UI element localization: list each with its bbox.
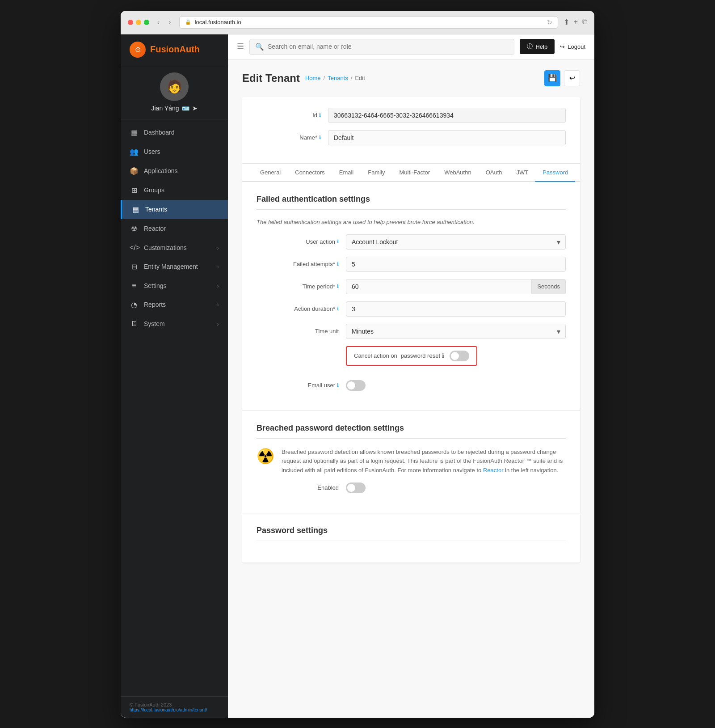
reload-icon[interactable]: ↻	[547, 19, 552, 26]
sidebar-item-dashboard[interactable]: ▦ Dashboard	[121, 123, 228, 142]
sidebar: ⊙ FusionAuth 🧑 Jian Yáng 🪪 ➤ ▦ Dashboard…	[121, 34, 228, 718]
cancel-action-row: Cancel action on password reset ℹ	[257, 346, 566, 373]
avatar: 🧑	[160, 72, 189, 101]
sidebar-item-users[interactable]: 👥 Users	[121, 142, 228, 161]
tenants-icon: ▤	[131, 205, 140, 214]
tab-password[interactable]: Password	[535, 164, 575, 182]
back-button[interactable]: ↩	[564, 70, 580, 86]
traffic-light-maximize[interactable]	[144, 20, 149, 25]
action-duration-input[interactable]	[346, 301, 566, 317]
sidebar-item-label: Groups	[144, 186, 164, 194]
user-action-info-icon[interactable]: ℹ	[337, 239, 339, 245]
nav-forward-button[interactable]: ›	[166, 17, 173, 27]
id-info-icon[interactable]: ℹ	[319, 112, 321, 118]
help-button[interactable]: ⓘ Help	[520, 39, 555, 54]
breached-enabled-row: Enabled	[257, 483, 566, 493]
email-user-row: Email user ℹ	[257, 380, 566, 391]
nav-back-button[interactable]: ‹	[155, 17, 162, 27]
form-fields: Id ℹ Name* ℹ	[242, 97, 580, 164]
logout-button[interactable]: ↪ Logout	[560, 43, 585, 50]
lock-icon: 🔒	[185, 19, 191, 25]
time-period-row: Time period* ℹ Seconds	[257, 279, 566, 294]
user-action-select[interactable]: Account Lockout	[346, 234, 566, 250]
new-tab-icon[interactable]: +	[574, 18, 578, 26]
tab-email[interactable]: Email	[332, 164, 361, 182]
time-unit-select[interactable]: Minutes	[346, 324, 566, 339]
sidebar-item-groups[interactable]: ⊞ Groups	[121, 181, 228, 200]
share-icon[interactable]: ⬆	[564, 18, 569, 26]
failed-auth-title: Failed authentication settings	[257, 195, 566, 204]
breached-icon: ☢️	[257, 448, 274, 465]
time-period-info-icon[interactable]: ℹ	[337, 284, 339, 289]
time-period-input[interactable]	[346, 279, 532, 294]
dashboard-icon: ▦	[130, 128, 139, 137]
sidebar-item-entity-management[interactable]: ⊟ Entity Management	[121, 257, 228, 276]
email-user-slider	[346, 380, 366, 391]
time-period-value: Seconds	[346, 279, 566, 294]
tab-multi-factor[interactable]: Multi-Factor	[392, 164, 437, 182]
sidebar-item-customizations[interactable]: </> Customizations	[121, 238, 228, 257]
tab-connectors[interactable]: Connectors	[288, 164, 332, 182]
menu-button[interactable]: ☰	[237, 42, 244, 51]
failed-attempts-value	[346, 257, 566, 272]
footer-text: © FusionAuth 2023	[130, 702, 219, 707]
customizations-icon: </>	[130, 244, 139, 252]
sidebar-item-label: Settings	[144, 282, 167, 289]
cancel-action-info-icon[interactable]: ℹ	[442, 352, 444, 359]
name-info-icon[interactable]: ℹ	[319, 135, 321, 140]
breadcrumb-tenants[interactable]: Tenants	[328, 75, 348, 81]
address-bar[interactable]: 🔒 local.fusionauth.io ↻	[179, 16, 558, 29]
search-input[interactable]	[268, 43, 509, 50]
tabs-icon[interactable]: ⧉	[582, 18, 587, 26]
user-location-icon: ➤	[192, 105, 198, 112]
sidebar-item-label: Reactor	[144, 225, 166, 232]
cancel-action-toggle[interactable]	[450, 351, 469, 361]
tab-family[interactable]: Family	[361, 164, 392, 182]
sidebar-item-label: Users	[144, 148, 160, 155]
traffic-light-close[interactable]	[128, 20, 133, 25]
traffic-light-minimize[interactable]	[136, 20, 141, 25]
search-box: 🔍	[249, 39, 514, 55]
name-label: Name* ℹ	[257, 134, 328, 141]
breached-info: ☢️ Breached password detection allows kn…	[257, 448, 566, 475]
sidebar-item-reactor[interactable]: ☢ Reactor	[121, 219, 228, 238]
action-duration-info-icon[interactable]: ℹ	[337, 306, 339, 312]
user-action-label: User action ℹ	[257, 238, 346, 245]
tab-general[interactable]: General	[253, 164, 288, 182]
sidebar-item-system[interactable]: 🖥 System	[121, 314, 228, 333]
username-text: Jian Yáng 🪪 ➤	[151, 105, 197, 112]
system-icon: 🖥	[130, 320, 139, 328]
tab-jwt[interactable]: JWT	[509, 164, 535, 182]
breached-reactor-link[interactable]: Reactor	[483, 467, 504, 474]
sidebar-item-applications[interactable]: 📦 Applications	[121, 161, 228, 181]
breached-enabled-toggle[interactable]	[346, 483, 366, 493]
email-user-info-icon[interactable]: ℹ	[337, 382, 339, 388]
email-user-toggle[interactable]	[346, 380, 366, 391]
sidebar-item-settings[interactable]: ≡ Settings	[121, 276, 228, 295]
id-label: Id ℹ	[257, 112, 328, 119]
reports-icon: ◔	[130, 301, 139, 309]
sidebar-nav: ▦ Dashboard 👥 Users 📦 Applications ⊞ Gro…	[121, 119, 228, 696]
tab-webauthn[interactable]: WebAuthn	[437, 164, 478, 182]
email-user-label: Email user ℹ	[257, 382, 346, 389]
tab-oauth[interactable]: OAuth	[479, 164, 509, 182]
id-input	[328, 108, 566, 123]
sidebar-item-label: Reports	[144, 301, 166, 308]
failed-attempts-info-icon[interactable]: ℹ	[337, 261, 339, 267]
save-button[interactable]: 💾	[544, 70, 560, 86]
cancel-action-slider	[450, 351, 469, 361]
time-period-suffix: Seconds	[532, 279, 566, 294]
name-input[interactable]	[328, 130, 566, 145]
logout-icon: ↪	[560, 43, 565, 50]
sidebar-item-tenants[interactable]: ▤ Tenants	[121, 200, 228, 219]
sidebar-item-reports[interactable]: ◔ Reports	[121, 295, 228, 314]
sidebar-logo: ⊙ FusionAuth	[121, 34, 228, 65]
url-text: local.fusionauth.io	[195, 19, 241, 25]
form-card: Id ℹ Name* ℹ	[242, 97, 580, 563]
main-content: ☰ 🔍 ⓘ Help ↪ Logout E	[228, 34, 594, 718]
failed-auth-desc: The failed authentication settings are u…	[257, 219, 566, 225]
failed-attempts-input[interactable]	[346, 257, 566, 272]
user-action-row: User action ℹ Account Lockout ▾	[257, 234, 566, 250]
action-duration-row: Action duration* ℹ	[257, 301, 566, 317]
breadcrumb-home[interactable]: Home	[305, 75, 321, 81]
